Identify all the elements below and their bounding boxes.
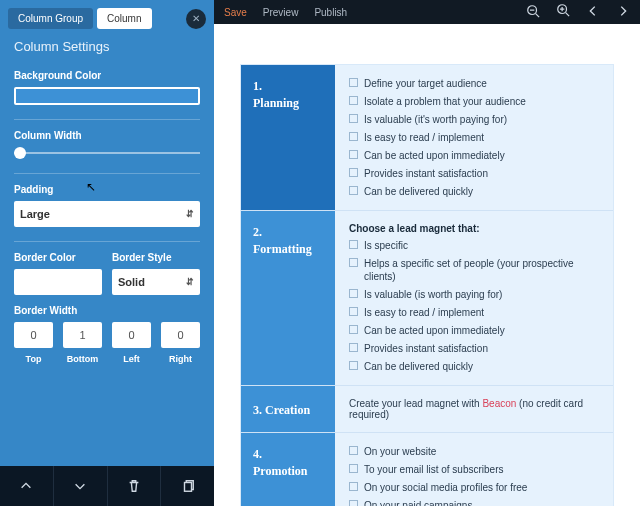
preview-action[interactable]: Preview [263,7,299,18]
label-padding: Padding [14,184,200,195]
section-number: 2. [253,225,323,240]
label-bg-color: Background Color [14,70,200,81]
document: 1. Planning Define your target audience … [240,64,614,506]
background-color-swatch[interactable] [14,87,200,105]
collapse-up-button[interactable] [0,466,54,506]
checkbox-icon [349,78,358,87]
section-row: 3. Creation Create your lead magnet with… [241,386,613,433]
close-icon[interactable]: ✕ [186,9,206,29]
duplicate-button[interactable] [161,466,214,506]
border-style-value: Solid [118,276,145,288]
section-body[interactable]: Define your target audience Isolate a pr… [335,65,613,210]
checklist-item[interactable]: Is easy to read / implement [349,131,599,144]
section-row: 2. Formatting Choose a lead magnet that:… [241,211,613,386]
section-row: 1. Planning Define your target audience … [241,65,613,211]
checkbox-icon [349,325,358,334]
checklist-item[interactable]: Can be acted upon immediately [349,324,599,337]
chevron-updown-icon: ⇵ [186,209,194,219]
panel-title: Column Settings [0,29,214,60]
divider [14,119,200,120]
canvas[interactable]: 1. Planning Define your target audience … [214,24,640,506]
checklist-item[interactable]: Is valuable (it's worth paying for) [349,113,599,126]
section-text: Create your lead magnet with Beacon (no … [349,398,599,420]
section-row: 4. Promotion On your website To your ema… [241,433,613,506]
delete-button[interactable] [108,466,162,506]
section-number: 4. [253,447,323,462]
border-bottom-input[interactable] [63,322,102,348]
border-style-select[interactable]: Solid ⇵ [112,269,200,295]
label-bottom: Bottom [63,354,102,364]
chevron-left-icon [586,4,600,18]
checkbox-icon [349,150,358,159]
padding-select-value: Large [20,208,50,220]
section-header-promotion[interactable]: 4. Promotion [241,433,335,506]
collapse-down-button[interactable] [54,466,108,506]
label-border-style: Border Style [112,252,200,263]
checklist-item[interactable]: On your paid campaigns [349,499,599,506]
column-width-slider[interactable] [14,147,200,159]
section-body[interactable]: Choose a lead magnet that: Is specific H… [335,211,613,385]
svg-line-5 [566,12,570,16]
checklist-item[interactable]: Define your target audience [349,77,599,90]
publish-action[interactable]: Publish [314,7,347,18]
padding-select[interactable]: Large ⇵ [14,201,200,227]
checkbox-icon [349,446,358,455]
label-top: Top [14,354,53,364]
border-left-input[interactable] [112,322,151,348]
checklist-item[interactable]: On your website [349,445,599,458]
checkbox-icon [349,361,358,370]
checklist-item[interactable]: Provides instant satisfaction [349,167,599,180]
label-border-color: Border Color [14,252,102,263]
checkbox-icon [349,464,358,473]
chevron-right-icon [616,4,630,18]
checkbox-icon [349,482,358,491]
checklist-item[interactable]: Can be delivered quickly [349,360,599,373]
checkbox-icon [349,132,358,141]
zoom-out-icon [526,4,540,18]
section-body[interactable]: On your website To your email list of su… [335,433,613,506]
checkbox-icon [349,258,358,267]
checklist-item[interactable]: On your social media profiles for free [349,481,599,494]
beacon-link[interactable]: Beacon [482,398,516,409]
border-right-input[interactable] [161,322,200,348]
save-action[interactable]: Save [224,7,247,18]
checkbox-icon [349,307,358,316]
section-title: Creation [265,403,310,417]
checkbox-icon [349,289,358,298]
label-column-width: Column Width [14,130,200,141]
prev-button[interactable] [586,4,600,20]
checkbox-icon [349,168,358,177]
border-top-input[interactable] [14,322,53,348]
checklist-item[interactable]: Helps a specific set of people (your pro… [349,257,599,283]
checklist-item[interactable]: Is specific [349,239,599,252]
trash-icon [127,479,141,493]
section-body[interactable]: Create your lead magnet with Beacon (no … [335,386,613,432]
section-number: 1. [253,79,323,94]
section-header-planning[interactable]: 1. Planning [241,65,335,210]
section-header-formatting[interactable]: 2. Formatting [241,211,335,385]
section-title: Formatting [253,242,323,257]
tab-column-group[interactable]: Column Group [8,8,93,29]
checklist-item[interactable]: Can be acted upon immediately [349,149,599,162]
chevron-down-icon [73,479,87,493]
section-header-creation[interactable]: 3. Creation [241,386,335,432]
zoom-out-button[interactable] [526,4,540,20]
checkbox-icon [349,186,358,195]
checklist-item[interactable]: To your email list of subscribers [349,463,599,476]
tab-column[interactable]: Column [97,8,151,29]
zoom-in-button[interactable] [556,3,570,20]
section-title: Promotion [253,464,323,479]
checkbox-icon [349,114,358,123]
svg-line-2 [536,14,540,18]
next-button[interactable] [616,4,630,20]
border-color-swatch[interactable] [14,269,102,295]
checklist-item[interactable]: Isolate a problem that your audience [349,95,599,108]
checkbox-icon [349,240,358,249]
svg-rect-0 [184,483,191,492]
label-border-width: Border Width [14,305,200,316]
checklist-item[interactable]: Can be delivered quickly [349,185,599,198]
checklist-item[interactable]: Is easy to read / implement [349,306,599,319]
checklist-item[interactable]: Provides instant satisfaction [349,342,599,355]
zoom-in-icon [556,3,570,17]
checklist-item[interactable]: Is valuable (is worth paying for) [349,288,599,301]
